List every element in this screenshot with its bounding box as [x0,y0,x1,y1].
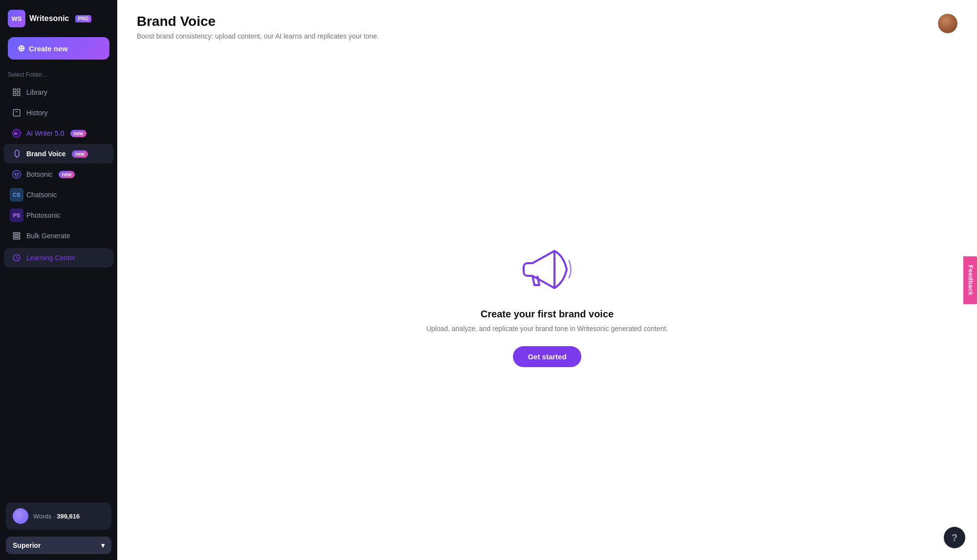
sidebar-item-botsonic[interactable]: Botsonic new [4,165,113,184]
brand-voice-label: Brand Voice [26,150,66,158]
svg-rect-1 [18,89,20,91]
photosonic-label: Photosonic [26,211,60,219]
words-section: Words · 399,616 [0,497,117,534]
brand-voice-megaphone-icon [518,241,576,297]
svg-point-9 [17,173,19,175]
ai-writer-label: AI Writer 5.0 [26,129,64,137]
sidebar-nav: Library History AI AI Writer 5.0 new Bra… [0,82,117,497]
bulk-icon [12,231,21,241]
photosonic-icon: PS [12,210,21,220]
ai-writer-new-badge: new [70,130,86,137]
svg-rect-10 [13,232,20,234]
plus-icon: ⊕ [18,43,25,54]
chatsonic-label: Chatsonic [26,191,57,199]
sidebar-item-library[interactable]: Library [4,83,113,102]
brand-voice-new-badge: new [72,150,88,158]
bulk-generate-label: Bulk Generate [26,232,70,240]
sidebar-item-ai-writer[interactable]: AI AI Writer 5.0 new [4,124,113,143]
sidebar-item-history[interactable]: History [4,103,113,123]
main-header: Brand Voice Boost brand consistency: upl… [117,0,977,48]
botsonic-label: Botsonic [26,170,53,178]
botsonic-new-badge: new [59,171,75,178]
svg-point-8 [15,173,16,175]
get-started-button[interactable]: Get started [513,346,581,367]
sidebar: WS Writesonic PRO ⊕ Create new Select Fo… [0,0,117,560]
chatsonic-icon: CS [12,190,21,200]
user-avatar-image [938,14,957,33]
pro-badge: PRO [75,15,92,22]
page-heading: Brand Voice Boost brand consistency: upl… [137,14,379,40]
empty-state-subtitle: Upload, analyze, and replicate your bran… [426,325,668,332]
svg-rect-2 [13,93,16,96]
create-new-label: Create new [29,44,68,53]
main-content: Brand Voice Boost brand consistency: upl… [117,0,977,560]
library-label: Library [26,88,47,96]
botsonic-icon [12,169,21,179]
ai-writer-icon: AI [12,128,21,138]
sidebar-item-brand-voice[interactable]: Brand Voice new [4,144,113,164]
select-folder-label: Select Folder... [0,67,117,82]
history-icon [12,108,21,118]
empty-state-title: Create your first brand voice [481,309,614,320]
page-title: Brand Voice [137,14,379,29]
superior-label: Superior [13,541,41,549]
logo-area: WS Writesonic PRO [0,0,117,37]
history-label: History [26,109,48,117]
words-card: Words · 399,616 [6,502,111,530]
svg-rect-12 [13,238,20,239]
help-button[interactable]: ? [944,527,965,548]
avatar-inner [13,508,28,524]
user-avatar[interactable] [938,14,957,33]
feedback-tab[interactable]: Feedback [963,256,977,304]
svg-rect-3 [18,93,20,96]
empty-state: Create your first brand voice Upload, an… [117,48,977,560]
create-new-button[interactable]: ⊕ Create new [8,37,109,60]
words-info: Words · 399,616 [33,512,80,520]
words-label: Words · 399,616 [33,513,80,520]
library-icon [12,87,21,97]
svg-rect-0 [13,89,16,91]
learning-center-icon [12,253,21,263]
superior-button[interactable]: Superior ▾ [6,537,111,554]
sidebar-item-photosonic[interactable]: PS Photosonic [4,206,113,225]
brand-voice-icon [12,149,21,159]
words-avatar [13,508,28,524]
words-count: 399,616 [57,513,80,520]
svg-point-7 [13,170,21,179]
chevron-down-icon: ▾ [101,541,105,549]
sidebar-item-chatsonic[interactable]: CS Chatsonic [4,185,113,205]
sidebar-item-bulk-generate[interactable]: Bulk Generate [4,226,113,246]
learning-center-label: Learning Center [26,254,75,262]
app-name: Writesonic [29,14,69,23]
sidebar-item-learning-center[interactable]: Learning Center [4,248,113,268]
svg-rect-11 [13,235,20,237]
logo-icon: WS [8,10,25,27]
svg-text:AI: AI [14,131,18,136]
page-subtitle: Boost brand consistency: upload content,… [137,32,379,40]
